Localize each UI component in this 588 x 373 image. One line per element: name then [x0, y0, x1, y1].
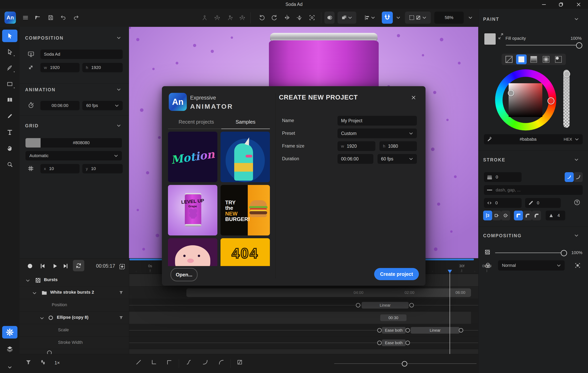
paint-none-button[interactable]	[504, 54, 514, 64]
stroke-width-input[interactable]: 0	[484, 172, 522, 182]
track-lane-scale[interactable]: Ease bothLinear	[129, 324, 478, 337]
focus-selection-button[interactable]	[306, 11, 317, 24]
loop-button[interactable]	[73, 260, 84, 271]
alpha-handle[interactable]	[564, 71, 570, 77]
animation-fps-select[interactable]: 60 fps	[82, 101, 123, 110]
stroke-dash-input[interactable]: dash, gap, ...	[484, 185, 583, 195]
stroke-brush-profile-button[interactable]	[565, 172, 574, 182]
expand-chevron-icon[interactable]	[32, 290, 37, 296]
composition-width-input[interactable]: w1920	[40, 63, 80, 72]
track-lane-white-stroke-bursts-2[interactable]: 04:0002:0006:00	[129, 287, 478, 299]
alpha-slider[interactable]	[563, 70, 570, 128]
menu-button[interactable]	[20, 11, 31, 24]
paint-radial-gradient-button[interactable]	[541, 54, 551, 64]
easing-badge[interactable]: Ease both	[382, 327, 406, 334]
node-tool-button[interactable]	[199, 11, 210, 24]
fill-color-swatch[interactable]	[484, 33, 496, 45]
sample-thumbnail-soda[interactable]: LEVEL UP Grape	[168, 185, 217, 236]
tab-samples[interactable]: Samples	[236, 119, 255, 125]
keyframe[interactable]	[410, 303, 414, 308]
timeline-zoom-knob[interactable]	[402, 361, 407, 367]
ease-hold-out-button[interactable]	[166, 359, 172, 366]
open-file-button[interactable]	[32, 11, 43, 24]
mask-button[interactable]	[324, 11, 335, 24]
rotate-ccw-button[interactable]	[256, 11, 267, 24]
modal-close-button[interactable]	[409, 93, 418, 102]
direct-select-tool[interactable]	[2, 46, 17, 58]
add-composition-button[interactable]	[119, 263, 126, 270]
node-remove-tool-button[interactable]	[224, 11, 235, 24]
stroke-brush-outline-button[interactable]	[574, 172, 583, 182]
cap-round-button[interactable]	[492, 211, 501, 220]
stroke-smooth-input[interactable]: 0	[525, 198, 561, 208]
hand-tool[interactable]	[2, 142, 17, 155]
tab-recent-projects[interactable]: Recent projects	[178, 119, 214, 125]
playback-speed[interactable]: 1×	[54, 360, 60, 366]
rotate-cw-button[interactable]	[269, 11, 280, 24]
blend-mode-select[interactable]: Normal	[498, 260, 565, 270]
zoom-level-field[interactable]: 58%	[434, 11, 464, 24]
join-bevel-button[interactable]	[532, 211, 541, 220]
frame-width-input[interactable]: w1920	[337, 141, 375, 151]
save-button[interactable]	[45, 11, 56, 24]
sample-thumbnail-character[interactable]	[220, 132, 270, 182]
layer-opacity-slider[interactable]	[495, 252, 563, 253]
animation-collapse-button[interactable]	[116, 87, 122, 92]
easing-badge[interactable]: Ease both	[382, 340, 406, 346]
ease-out-button[interactable]	[218, 359, 225, 366]
sample-thumbnail-404[interactable]: 404	[220, 238, 270, 266]
compositing-collapse-button[interactable]	[574, 233, 579, 238]
filter-tracks-button[interactable]	[25, 359, 32, 366]
pen-tool[interactable]	[2, 62, 17, 74]
align-button[interactable]	[361, 11, 379, 24]
easing-badge[interactable]: Linear	[411, 327, 460, 334]
keyframe[interactable]	[406, 341, 410, 345]
track-name-ellipse-copy-8[interactable]: Ellipse (copy 8)	[20, 312, 129, 324]
ease-hold-in-button[interactable]	[150, 359, 157, 366]
ease-both-button[interactable]	[185, 359, 192, 366]
track-name-bursts[interactable]: Bursts	[20, 274, 129, 286]
chevron-down-icon[interactable]	[574, 136, 579, 142]
track-lane-stroke-width[interactable]: Ease both	[129, 337, 478, 349]
keyframe[interactable]	[377, 328, 382, 333]
swap-fill-stroke-button[interactable]	[497, 32, 505, 40]
cap-butt-button[interactable]	[483, 211, 492, 220]
expand-chevron-icon[interactable]	[39, 315, 45, 321]
record-button[interactable]	[27, 263, 33, 269]
keyframe[interactable]	[377, 341, 382, 345]
grid-collapse-button[interactable]	[116, 123, 122, 128]
cap-square-button[interactable]	[501, 211, 510, 220]
frame-height-input[interactable]: h1080	[379, 141, 417, 151]
track-name-position[interactable]: Position	[20, 299, 129, 311]
clip-bar[interactable]: 04:0002:0006:00	[186, 288, 471, 297]
redo-button[interactable]	[71, 11, 82, 24]
node-convert-tool-button[interactable]	[237, 11, 248, 24]
track-lane-position[interactable]: Linear	[129, 299, 478, 311]
composition-height-input[interactable]: h1920	[82, 63, 123, 72]
paint-collapse-button[interactable]	[574, 16, 579, 22]
undo-button[interactable]	[58, 11, 69, 24]
saturation-value-box[interactable]	[509, 83, 542, 117]
minimize-button[interactable]	[536, 0, 552, 9]
duration-input[interactable]: 00:06:00	[337, 154, 373, 164]
close-button[interactable]	[571, 0, 587, 9]
select-tool[interactable]	[2, 30, 17, 42]
grid-mode-select[interactable]: Automatic	[25, 151, 122, 160]
layers-button[interactable]	[2, 343, 17, 355]
paint-linear-gradient-button[interactable]	[528, 54, 539, 64]
group-button[interactable]	[337, 11, 356, 24]
keyframe[interactable]	[459, 328, 463, 333]
flip-horizontal-button[interactable]	[282, 11, 293, 24]
sample-thumbnail-burger[interactable]: TRY the NEW BURGER!	[220, 185, 270, 236]
library-tool[interactable]	[2, 94, 17, 106]
create-project-button[interactable]: Create project	[374, 268, 419, 280]
easing-badge[interactable]: Linear	[362, 302, 409, 309]
paint-pattern-button[interactable]	[553, 54, 564, 64]
paint-solid-button[interactable]	[516, 54, 527, 64]
isolate-button[interactable]	[575, 262, 581, 269]
layer-opacity-slider-knob[interactable]	[561, 250, 567, 256]
timeline-timecode[interactable]: 00:05:17	[96, 263, 115, 269]
ease-linear-button[interactable]	[135, 359, 142, 366]
collapse-rail-button[interactable]	[2, 361, 17, 373]
text-tool[interactable]	[2, 126, 17, 138]
